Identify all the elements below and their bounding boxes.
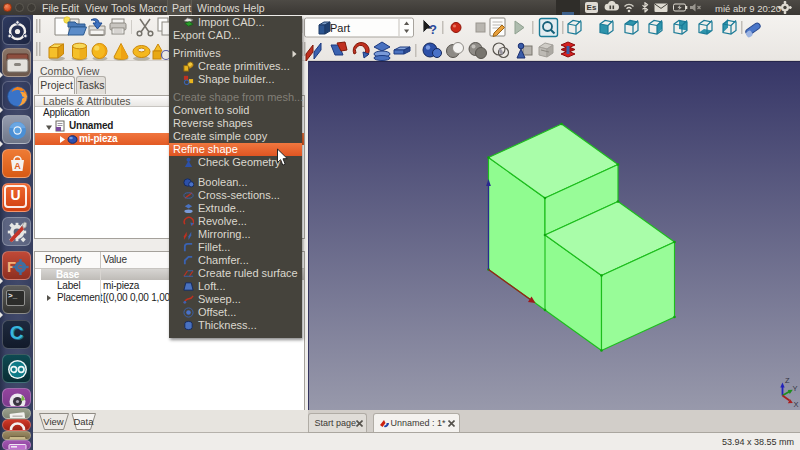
svg-text:View: View: [43, 416, 64, 427]
svg-text:A: A: [14, 161, 21, 171]
svg-text:Data: Data: [73, 416, 94, 427]
svg-text:Part: Part: [330, 22, 350, 34]
svg-text:X: X: [794, 399, 799, 408]
svg-text:?: ?: [429, 22, 437, 37]
svg-text:Z: Z: [785, 376, 790, 385]
svg-text:Y: Y: [793, 383, 798, 392]
